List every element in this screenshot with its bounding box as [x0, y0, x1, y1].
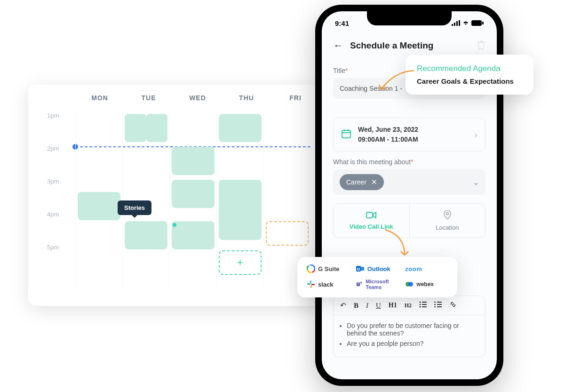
calendar-header: MON TUE WED THU FRI: [28, 94, 320, 102]
page-title: Schedule a Meeting: [350, 40, 433, 51]
tag-chip-career[interactable]: Career ✕: [340, 174, 384, 190]
svg-rect-17: [422, 306, 427, 307]
col-mon[interactable]: [75, 111, 122, 290]
editor-toolbar: ↶ B I U H1 H2: [333, 296, 485, 315]
time-2pm: 2pm: [28, 144, 75, 177]
calendar-icon: [341, 128, 351, 141]
svg-rect-18: [434, 302, 436, 303]
integration-zoom[interactable]: zoom: [405, 265, 448, 272]
svg-rect-22: [434, 306, 436, 307]
chip-remove-icon[interactable]: ✕: [371, 178, 377, 186]
link-button[interactable]: [449, 301, 457, 310]
svg-rect-15: [422, 304, 427, 305]
svg-rect-0: [452, 24, 453, 26]
integration-slack[interactable]: slack: [307, 280, 350, 288]
h2-button[interactable]: H2: [405, 302, 412, 309]
svg-rect-2: [456, 21, 458, 26]
calendar-body: 1pm 2pm 3pm 4pm 5pm: [28, 111, 320, 290]
integration-gsuite[interactable]: G Suite: [307, 264, 350, 273]
integration-teams[interactable]: T Microsoft Teams: [356, 279, 399, 290]
signal-icon: [452, 20, 460, 26]
back-arrow-icon[interactable]: ←: [333, 40, 343, 52]
day-head-wed: WED: [173, 94, 222, 102]
event-block[interactable]: [172, 147, 215, 175]
location-pin-icon: [414, 210, 482, 222]
svg-rect-23: [437, 306, 442, 307]
wifi-icon: [462, 20, 470, 26]
bullet-list-button[interactable]: [419, 301, 427, 310]
svg-rect-3: [459, 20, 460, 26]
svg-rect-31: [310, 280, 311, 284]
svg-text:O: O: [357, 267, 360, 272]
video-icon: [337, 210, 406, 221]
underline-button[interactable]: U: [376, 302, 381, 310]
integration-outlook[interactable]: O Outlook: [356, 264, 399, 273]
svg-rect-34: [311, 284, 315, 285]
svg-rect-10: [366, 212, 373, 218]
event-block[interactable]: [125, 114, 146, 142]
chip-text: Career: [346, 178, 366, 186]
col-wed[interactable]: [169, 111, 216, 290]
about-select[interactable]: Career ✕ ⌄: [333, 169, 485, 195]
time-column: 1pm 2pm 3pm 4pm 5pm: [28, 111, 75, 276]
svg-rect-30: [361, 267, 364, 271]
svg-point-11: [446, 213, 448, 215]
italic-button[interactable]: I: [366, 302, 368, 310]
event-block[interactable]: [219, 114, 262, 142]
time-4pm: 4pm: [28, 210, 75, 243]
chevron-right-icon: ›: [474, 129, 477, 140]
svg-rect-21: [437, 304, 442, 305]
svg-point-14: [420, 304, 421, 305]
svg-point-39: [408, 282, 413, 287]
integration-webex[interactable]: webex: [405, 280, 448, 288]
tab-location[interactable]: Location: [410, 204, 485, 238]
svg-rect-6: [342, 130, 350, 138]
bold-button[interactable]: B: [354, 302, 358, 310]
svg-point-16: [420, 306, 421, 308]
tab-location-label: Location: [436, 224, 459, 231]
event-block[interactable]: [219, 180, 262, 240]
trash-icon[interactable]: [477, 40, 485, 52]
recommended-agenda-popover: Recommended Agenda Career Goals & Expect…: [406, 55, 533, 95]
popover-subtitle: Career Goals & Expectations: [417, 77, 522, 85]
integrations-popover: G Suite O Outlook zoom slack T Microsoft…: [297, 257, 457, 297]
popover-title: Recommended Agenda: [417, 64, 522, 73]
event-block[interactable]: [78, 192, 120, 220]
day-head-mon: MON: [75, 94, 124, 102]
svg-point-12: [420, 302, 421, 303]
undo-button[interactable]: ↶: [340, 301, 346, 310]
plus-icon: +: [220, 251, 261, 274]
h1-button[interactable]: H1: [389, 302, 397, 309]
svg-rect-19: [437, 302, 442, 303]
col-thu[interactable]: +: [216, 111, 263, 290]
svg-rect-20: [434, 304, 436, 305]
event-block[interactable]: [172, 221, 215, 249]
phone-notch: [367, 11, 452, 25]
svg-text:T: T: [357, 282, 359, 286]
numbered-list-button[interactable]: [434, 301, 442, 310]
day-head-tue: TUE: [124, 94, 173, 102]
datetime-picker[interactable]: Wed, June 23, 2022 09:00AM - 11:00AM ›: [333, 118, 485, 152]
about-label: What is this meeting about*: [333, 158, 485, 166]
status-icons: [452, 20, 484, 26]
notes-editor[interactable]: Do you prefer to be customer facing or b…: [333, 315, 485, 357]
day-head-fri: FRI: [271, 94, 320, 102]
time-1pm: 1pm: [28, 111, 75, 144]
svg-rect-1: [454, 23, 455, 26]
event-block[interactable]: [125, 221, 167, 249]
tooltip-text: Stories: [124, 204, 145, 211]
chevron-down-icon: ⌄: [473, 178, 479, 187]
svg-rect-13: [422, 302, 427, 303]
event-add-slot[interactable]: +: [219, 250, 262, 275]
day-head-thu: THU: [222, 94, 271, 102]
event-pending-slot[interactable]: [266, 221, 309, 246]
svg-point-37: [360, 282, 362, 284]
svg-rect-33: [310, 285, 312, 288]
calendar-card: MON TUE WED THU FRI 1pm 2pm 3pm 4pm 5pm: [28, 85, 320, 306]
tab-video-call[interactable]: Video Call Link: [334, 204, 410, 238]
date-time: 09:00AM - 11:00AM: [358, 135, 468, 144]
date-day: Wed, June 23, 2022: [358, 125, 468, 135]
event-block[interactable]: [172, 180, 215, 208]
event-tooltip: Stories: [118, 200, 151, 215]
event-block[interactable]: [146, 114, 168, 142]
